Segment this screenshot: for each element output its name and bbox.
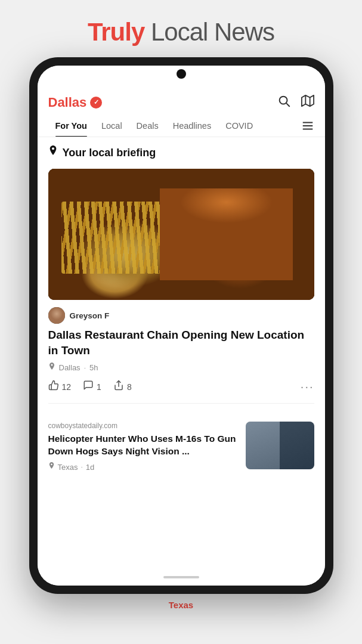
app-content: Dallas bbox=[38, 89, 325, 586]
page-header: Truly Local News bbox=[0, 0, 362, 57]
tab-for-you[interactable]: For You bbox=[48, 115, 94, 137]
city-selector[interactable]: Dallas bbox=[48, 95, 103, 110]
map-icon[interactable] bbox=[301, 94, 314, 110]
page-title: Truly Local News bbox=[0, 18, 362, 47]
tab-deals[interactable]: Deals bbox=[129, 115, 166, 137]
author-row: Greyson F bbox=[48, 307, 314, 324]
phone-shell: Dallas bbox=[29, 57, 333, 594]
article2-time: 1d bbox=[86, 463, 94, 472]
top-icons bbox=[277, 94, 314, 110]
comment-count: 1 bbox=[97, 382, 101, 392]
article-meta-1: Dallas · 5h bbox=[48, 363, 314, 373]
article-thumbnail-2 bbox=[246, 422, 314, 469]
comment-icon bbox=[83, 380, 94, 394]
share-count: 8 bbox=[127, 382, 132, 392]
article-title-2: Helicopter Hunter Who Uses M-16s To Gun … bbox=[48, 433, 239, 458]
top-bar: Dallas bbox=[38, 89, 325, 115]
article-source: cowboystatedaily.com bbox=[48, 422, 239, 430]
article-location: Dallas bbox=[59, 363, 81, 372]
article-image-1 bbox=[48, 169, 314, 300]
tab-covid[interactable]: COVID bbox=[218, 115, 260, 137]
share-button[interactable]: 8 bbox=[113, 380, 132, 394]
phone-notch bbox=[177, 69, 186, 79]
page-footer: Texas bbox=[169, 600, 193, 611]
article-small-content: cowboystatedaily.com Helicopter Hunter W… bbox=[48, 422, 239, 472]
like-icon bbox=[48, 380, 59, 394]
svg-line-1 bbox=[286, 103, 289, 106]
article2-location: Texas bbox=[58, 463, 78, 472]
phone-screen: Dallas bbox=[38, 66, 325, 586]
section-title-text: Your local briefing bbox=[63, 147, 156, 159]
article-card-1[interactable]: Greyson F Dallas Restaurant Chain Openin… bbox=[48, 169, 314, 404]
nav-tabs: For You Local Deals Headlines COVID bbox=[38, 115, 325, 137]
location-icon bbox=[48, 363, 55, 373]
news-feed: Your local briefing bbox=[38, 137, 325, 569]
avatar bbox=[48, 307, 65, 324]
actions-row: 12 1 bbox=[48, 380, 314, 404]
article-time: 5h bbox=[89, 363, 98, 372]
pin-icon bbox=[48, 145, 58, 160]
article-card-2[interactable]: cowboystatedaily.com Helicopter Hunter W… bbox=[48, 413, 314, 477]
like-count: 12 bbox=[62, 382, 72, 392]
title-light: Local News bbox=[144, 18, 274, 46]
more-options-button[interactable]: ··· bbox=[301, 380, 314, 394]
share-icon bbox=[113, 380, 124, 394]
search-icon[interactable] bbox=[277, 94, 290, 110]
home-bar bbox=[38, 569, 325, 586]
city-verified-icon bbox=[90, 97, 102, 109]
author-name: Greyson F bbox=[70, 311, 110, 320]
city-label: Dallas bbox=[48, 95, 87, 110]
title-bold: Truly bbox=[88, 18, 144, 46]
home-indicator bbox=[163, 576, 199, 578]
comment-button[interactable]: 1 bbox=[83, 380, 101, 394]
location-icon-small bbox=[48, 462, 55, 472]
nav-more-button[interactable] bbox=[301, 119, 314, 132]
article-title-1: Dallas Restaurant Chain Opening New Loca… bbox=[48, 327, 314, 358]
tab-local[interactable]: Local bbox=[94, 115, 129, 137]
like-button[interactable]: 12 bbox=[48, 380, 72, 394]
footer-location-text: Texas bbox=[169, 600, 193, 610]
tab-headlines[interactable]: Headlines bbox=[166, 115, 219, 137]
section-title: Your local briefing bbox=[48, 145, 314, 160]
svg-marker-2 bbox=[301, 95, 313, 106]
article-meta-2: Texas · 1d bbox=[48, 462, 239, 472]
